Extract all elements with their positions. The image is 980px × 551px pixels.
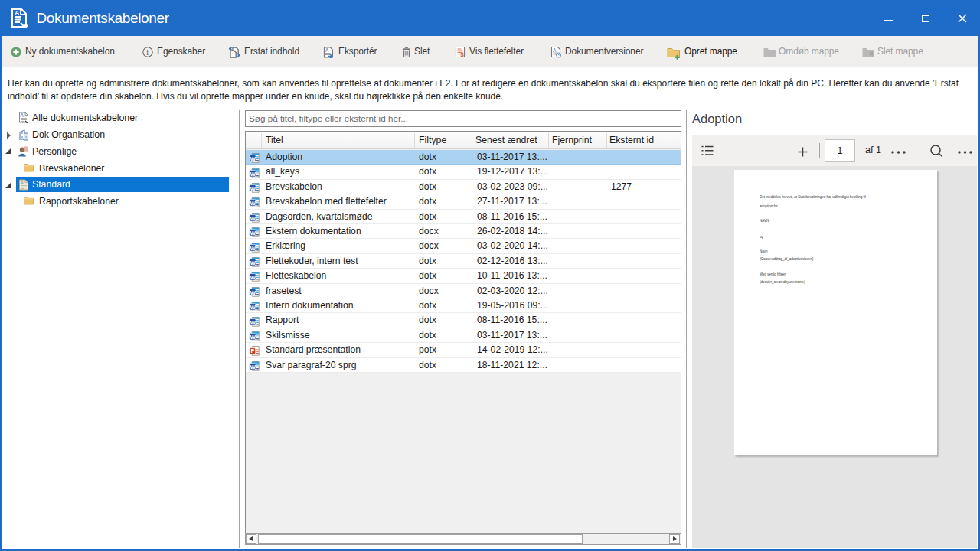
svg-text:$: $: [460, 51, 464, 58]
svg-text:i: i: [146, 48, 149, 57]
svg-text:A: A: [15, 9, 20, 17]
svg-text:A: A: [21, 180, 24, 185]
svg-text:A: A: [325, 47, 329, 53]
svg-text:A: A: [21, 112, 24, 118]
svg-text:A: A: [553, 47, 557, 53]
